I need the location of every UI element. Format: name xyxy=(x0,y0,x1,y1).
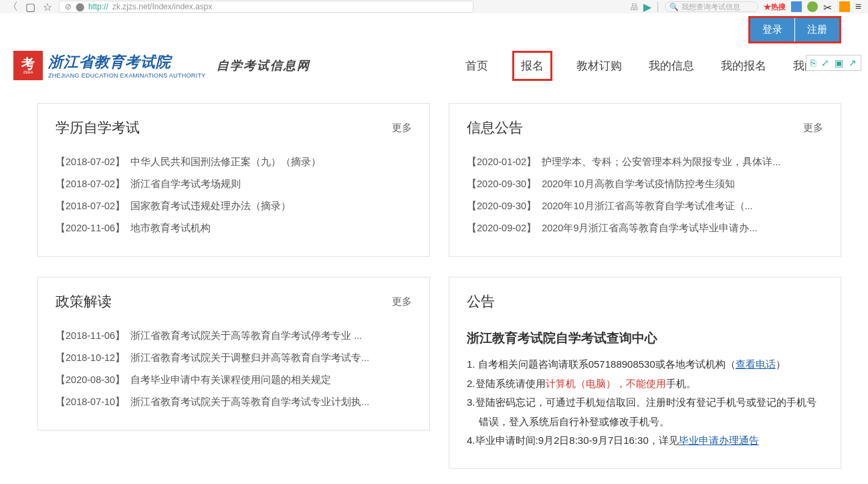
notice-list: 1. 自考相关问题咨询请联系057188908530或各地考试机构（查看电话） … xyxy=(467,355,823,451)
search-icon: 🔍 xyxy=(669,3,679,11)
list-item[interactable]: 【2018-10-12】浙江省教育考试院关于调整归并高等教育自学考试专... xyxy=(56,352,412,364)
tool-strip: ⎘ ⤢ ▣ ↗ xyxy=(806,55,861,71)
url-proto: http:// xyxy=(88,2,108,11)
browser-bar: 〈 ▢ ☆ ⊘ ⬤ http:// zk.zjzs.net/Index/inde… xyxy=(0,0,868,13)
nav-myinfo[interactable]: 我的信息 xyxy=(646,54,697,78)
notice-line-4: 4.毕业申请时间:9月2日8:30-9月7日16:30，详见毕业申请办理通告 xyxy=(467,431,823,451)
list-item[interactable]: 【2018-07-10】浙江省教育考试院关于高等教育自学考试专业计划执... xyxy=(56,396,412,408)
list-item[interactable]: 【2018-07-02】中华人民共和国刑法修正案（九）（摘录） xyxy=(56,156,412,168)
nav-home[interactable]: 首页 xyxy=(463,54,491,78)
star-icon[interactable]: ☆ xyxy=(41,1,53,12)
logo-en: ZHEJIANG EDUCATION EXAMINATIONS AUTHORIT… xyxy=(48,72,206,79)
list-item[interactable]: 【2020-09-30】2020年10月浙江省高等教育自学考试准考证（... xyxy=(467,200,823,213)
header: ZEEA 浙江省教育考试院 ZHEJIANG EDUCATION EXAMINA… xyxy=(0,45,868,86)
panel-exam-more[interactable]: 更多 xyxy=(392,122,412,134)
register-button[interactable]: 注册 xyxy=(794,18,839,41)
panel-exam: 学历自学考试 更多 【2018-07-02】中华人民共和国刑法修正案（九）（摘录… xyxy=(37,103,430,257)
logo[interactable]: ZEEA 浙江省教育考试院 ZHEJIANG EDUCATION EXAMINA… xyxy=(13,51,310,80)
list-item[interactable]: 【2020-01-02】护理学本、专科；公安管理本科为限报专业，具体详... xyxy=(467,156,823,168)
list-item[interactable]: 【2018-07-02】浙江省自学考试考场规则 xyxy=(56,178,412,191)
list-item[interactable]: 【2020-11-06】地市教育考试机构 xyxy=(56,222,412,235)
list-item[interactable]: 【2020-09-02】2020年9月浙江省高等教育自学考试毕业申请办... xyxy=(467,222,823,235)
panel-news-title: 信息公告 xyxy=(467,118,523,137)
menu-icon[interactable]: ≡ xyxy=(855,1,861,13)
notice-line-1: 1. 自考相关问题咨询请联系057188908530或各地考试机构（查看电话） xyxy=(467,355,823,374)
expand-icon[interactable]: ⤢ xyxy=(821,57,829,68)
notice-line-2: 2.登陆系统请使用计算机（电脑），不能使用手机。 xyxy=(467,374,823,394)
nav-myreg[interactable]: 我的报名 xyxy=(718,54,769,78)
hot-label[interactable]: ★热搜 xyxy=(764,2,786,12)
ext-icon-3[interactable] xyxy=(839,1,850,12)
list-item[interactable]: 【2018-07-02】国家教育考试违规处理办法（摘录） xyxy=(56,200,412,213)
url-bar[interactable]: ⊘ ⬤ http:// zk.zjzs.net/Index/index.aspx xyxy=(59,1,473,13)
panel-news-more[interactable]: 更多 xyxy=(803,122,823,134)
logo-cn: 浙江省教育考试院 xyxy=(48,52,206,72)
qr-icon[interactable]: 品 xyxy=(631,2,638,12)
scissors-icon[interactable]: ✂ xyxy=(823,1,834,12)
ext-icon-2[interactable] xyxy=(807,1,818,12)
panel-notice: 公告 浙江教育考试院自学考试查询中心 1. 自考相关问题咨询请联系0571889… xyxy=(449,277,841,469)
copy-icon[interactable]: ⎘ xyxy=(810,57,816,68)
share-icon[interactable]: ↗ xyxy=(849,57,857,68)
panel-news: 信息公告 更多 【2020-01-02】护理学本、专科；公安管理本科为限报专业，… xyxy=(449,103,841,257)
panel-exam-title: 学历自学考试 xyxy=(56,118,140,137)
panel-policy: 政策解读 更多 【2018-11-06】浙江省教育考试院关于高等教育自学考试停考… xyxy=(37,277,430,431)
main-nav: 首页 报名 教材订购 我的信息 我的报名 我的成绩 xyxy=(463,51,855,81)
back-icon[interactable]: 〈 xyxy=(7,1,19,12)
panel-policy-title: 政策解读 xyxy=(56,292,112,311)
auth-box: 登录 注册 xyxy=(748,16,841,43)
nav-signup[interactable]: 报名 xyxy=(512,51,552,81)
logo-sub: 自学考试信息网 xyxy=(217,57,310,74)
panel-notice-title: 公告 xyxy=(467,292,495,311)
search-box[interactable]: 🔍 我想查询考试信息 xyxy=(665,1,758,12)
notice-line-3: 3.登陆密码忘记，可通过手机短信取回。注册时没有登记手机号或登记的手机号错误，登… xyxy=(467,393,823,431)
tabs-icon[interactable]: ▢ xyxy=(24,1,36,12)
list-item[interactable]: 【2020-09-30】2020年10月高教自学考试疫情防控考生须知 xyxy=(467,178,823,191)
shield-icon: ⊘ xyxy=(65,2,72,11)
list-item[interactable]: 【2020-08-30】自考毕业申请中有关课程使用问题的相关规定 xyxy=(56,374,412,386)
phone-link[interactable]: 查看电话 xyxy=(736,358,776,370)
panel-policy-more[interactable]: 更多 xyxy=(392,295,412,308)
notice-heading: 浙江教育考试院自学考试查询中心 xyxy=(467,330,823,347)
ext-icon-1[interactable] xyxy=(791,1,802,12)
url-text: zk.zjzs.net/Index/index.aspx xyxy=(112,2,212,11)
play-icon[interactable]: ▶ xyxy=(643,1,651,13)
logo-icon: ZEEA xyxy=(13,51,43,80)
content: 学历自学考试 更多 【2018-07-02】中华人民共和国刑法修正案（九）（摘录… xyxy=(0,86,868,484)
login-button[interactable]: 登录 xyxy=(750,18,794,41)
auth-bar: 登录 注册 xyxy=(0,13,868,45)
list-item[interactable]: 【2018-11-06】浙江省教育考试院关于高等教育自学考试停考专业 ... xyxy=(56,330,412,342)
nav-textbook[interactable]: 教材订购 xyxy=(574,54,625,78)
screen-icon[interactable]: ▣ xyxy=(835,57,843,68)
grad-link[interactable]: 毕业申请办理通告 xyxy=(679,435,759,446)
